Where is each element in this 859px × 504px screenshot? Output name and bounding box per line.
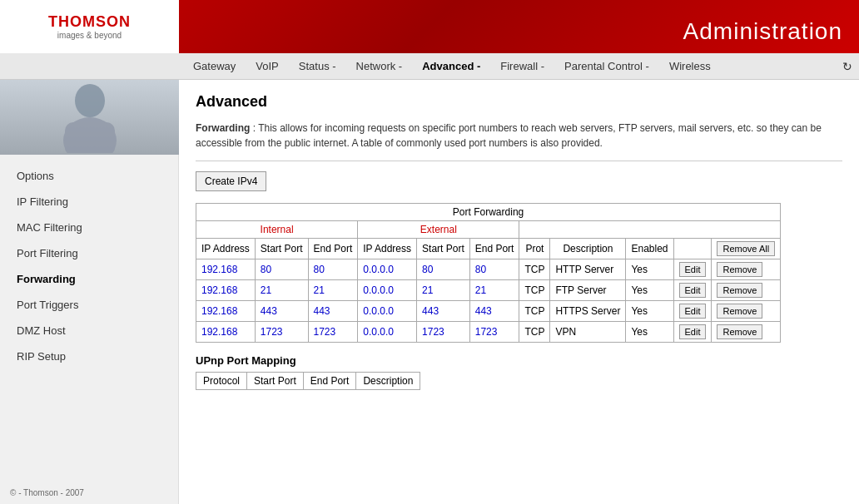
svg-rect-2 — [65, 122, 115, 153]
row1-int-end: 80 — [308, 259, 358, 280]
row3-prot: TCP — [519, 301, 550, 322]
row4-prot: TCP — [519, 322, 550, 343]
sidebar-menu: Options IP Filtering MAC Filtering Port … — [0, 155, 178, 378]
row4-enabled: Yes — [626, 322, 673, 343]
sidebar-item-rip-setup[interactable]: RIP Setup — [0, 343, 178, 369]
col-remove-all: Remove All — [712, 239, 781, 259]
col-edit — [673, 239, 712, 259]
row4-remove-cell: Remove — [712, 322, 781, 343]
nav-wireless[interactable]: Wireless — [659, 55, 721, 77]
row1-edit-cell: Edit — [673, 259, 712, 280]
row1-desc: HTTP Server — [550, 259, 626, 280]
sidebar-item-options[interactable]: Options — [0, 163, 178, 189]
row2-desc: FTP Server — [550, 280, 626, 301]
row2-int-start: 21 — [255, 280, 308, 301]
table-row: 192.168 21 21 0.0.0.0 21 21 TCP FTP Serv… — [196, 280, 781, 301]
nav-status[interactable]: Status - — [289, 55, 346, 77]
table-row: 192.168 443 443 0.0.0.0 443 443 TCP HTTP… — [196, 301, 781, 322]
header: THOMSON images & beyond Administration — [0, 0, 859, 53]
nav-firewall[interactable]: Firewall - — [490, 55, 554, 77]
row2-prot: TCP — [519, 280, 550, 301]
row3-remove-button[interactable]: Remove — [717, 304, 762, 319]
row3-enabled: Yes — [626, 301, 673, 322]
col-desc: Description — [550, 239, 626, 259]
row1-prot: TCP — [519, 259, 550, 280]
upnp-col-start-port: Start Port — [247, 373, 304, 390]
svg-point-0 — [75, 84, 105, 117]
sidebar-item-ip-filtering[interactable]: IP Filtering — [0, 189, 178, 215]
row1-ext-end: 80 — [469, 259, 519, 280]
logo-text: THOMSON — [48, 13, 131, 31]
row2-enabled: Yes — [626, 280, 673, 301]
sidebar-item-port-triggers[interactable]: Port Triggers — [0, 292, 178, 318]
port-forwarding-title: Port Forwarding — [196, 204, 781, 221]
row3-desc: HTTPS Server — [550, 301, 626, 322]
row2-ext-start: 21 — [417, 280, 470, 301]
upnp-col-description: Description — [356, 373, 420, 390]
sidebar-item-port-filtering[interactable]: Port Filtering — [0, 240, 178, 266]
row1-remove-cell: Remove — [712, 259, 781, 280]
row4-edit-cell: Edit — [673, 322, 712, 343]
description-text: : This allows for incoming requests on s… — [196, 122, 822, 149]
upnp-col-protocol: Protocol — [196, 373, 247, 390]
sidebar-item-mac-filtering[interactable]: MAC Filtering — [0, 215, 178, 240]
row2-int-ip: 192.168 — [196, 280, 256, 301]
row1-remove-button[interactable]: Remove — [717, 262, 762, 277]
row1-edit-button[interactable]: Edit — [679, 262, 707, 277]
divider — [196, 161, 842, 161]
sidebar: Options IP Filtering MAC Filtering Port … — [0, 80, 179, 504]
row2-int-end: 21 — [308, 280, 358, 301]
row3-ext-start: 443 — [417, 301, 470, 322]
internal-header: Internal — [196, 221, 358, 239]
port-forwarding-table: Port Forwarding Internal External IP Add… — [196, 203, 781, 343]
nav-network[interactable]: Network - — [346, 55, 413, 77]
row2-ext-ip: 0.0.0.0 — [358, 280, 417, 301]
col-ext-end: End Port — [469, 239, 519, 259]
content-area: Advanced Forwarding : This allows for in… — [179, 80, 859, 504]
navbar: Gateway VoIP Status - Network - Advanced… — [0, 53, 859, 80]
sidebar-footer: © - Thomson - 2007 — [0, 482, 178, 504]
header-title: Administration — [683, 18, 842, 45]
row4-ext-start: 1723 — [417, 322, 470, 343]
nav-advanced[interactable]: Advanced - — [412, 55, 490, 77]
row3-edit-button[interactable]: Edit — [679, 304, 707, 319]
col-enabled: Enabled — [626, 239, 673, 259]
row2-ext-end: 21 — [469, 280, 519, 301]
row3-int-end: 443 — [308, 301, 358, 322]
row1-enabled: Yes — [626, 259, 673, 280]
col-ext-ip: IP Address — [358, 239, 417, 259]
sidebar-item-dmz-host[interactable]: DMZ Host — [0, 318, 178, 343]
nav-gateway[interactable]: Gateway — [183, 55, 246, 77]
col-prot: Prot — [519, 239, 550, 259]
nav-voip[interactable]: VoIP — [246, 55, 288, 77]
row3-remove-cell: Remove — [712, 301, 781, 322]
logo-sub: images & beyond — [48, 31, 131, 40]
create-ipv4-button[interactable]: Create IPv4 — [196, 171, 266, 191]
upnp-table: Protocol Start Port End Port Description — [196, 372, 420, 390]
description-bold: Forwarding — [196, 122, 250, 134]
sidebar-photo — [0, 80, 179, 155]
nav-parental[interactable]: Parental Control - — [554, 55, 659, 77]
row3-edit-cell: Edit — [673, 301, 712, 322]
refresh-icon[interactable]: ↻ — [842, 60, 852, 73]
row2-remove-cell: Remove — [712, 280, 781, 301]
sidebar-item-forwarding[interactable]: Forwarding — [0, 266, 178, 292]
row4-ext-ip: 0.0.0.0 — [358, 322, 417, 343]
row2-edit-button[interactable]: Edit — [679, 283, 707, 298]
col-int-ip: IP Address — [196, 239, 256, 259]
row1-int-ip: 192.168 — [196, 259, 256, 280]
upnp-col-end-port: End Port — [303, 373, 356, 390]
row1-ext-ip: 0.0.0.0 — [358, 259, 417, 280]
row4-remove-button[interactable]: Remove — [717, 324, 762, 339]
main-layout: Options IP Filtering MAC Filtering Port … — [0, 80, 859, 504]
col-int-start: Start Port — [255, 239, 308, 259]
row4-edit-button[interactable]: Edit — [679, 324, 707, 339]
row3-int-ip: 192.168 — [196, 301, 256, 322]
row4-desc: VPN — [550, 322, 626, 343]
remove-all-button[interactable]: Remove All — [717, 241, 775, 256]
external-header: External — [358, 221, 519, 239]
page-description: Forwarding : This allows for incoming re… — [196, 121, 842, 151]
page-title: Advanced — [196, 93, 842, 111]
row2-remove-button[interactable]: Remove — [717, 283, 762, 298]
row1-int-start: 80 — [255, 259, 308, 280]
